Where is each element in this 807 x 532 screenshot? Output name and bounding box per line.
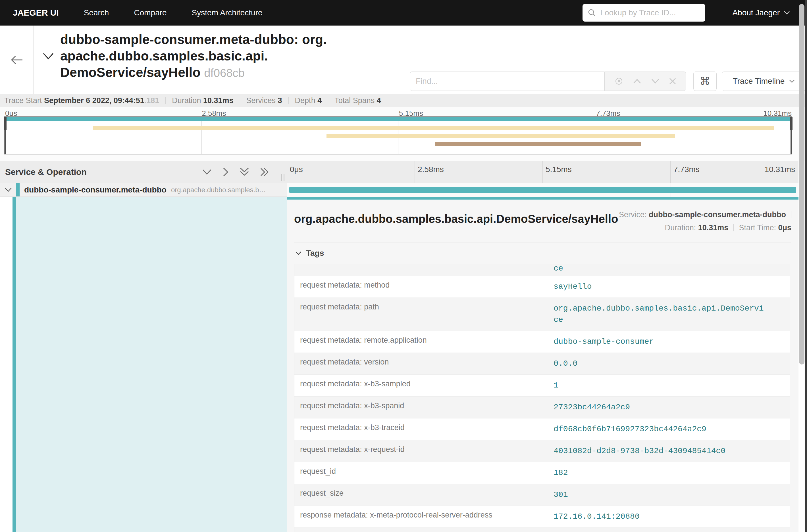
nav-item-system-architecture[interactable]: System Architecture xyxy=(192,8,262,17)
about-jaeger-menu[interactable]: About Jaeger xyxy=(732,8,790,17)
trace-title-line2: apache.dubbo.samples.basic.api. xyxy=(60,48,362,64)
span-row[interactable]: dubbo-sample-consumer.meta-dubbo org.apa… xyxy=(0,183,799,197)
trace-title: dubbo-sample-consumer.meta-dubbo: org.ap… xyxy=(60,31,362,81)
minimap-canvas-frame xyxy=(4,116,792,154)
depth-stat: Depth 4 xyxy=(295,96,322,105)
tag-value: 27323bc44264a2c9 xyxy=(553,397,790,418)
minimap-tick-labels: 0μs 2.58ms 5.15ms 7.73ms 10.31ms xyxy=(4,109,792,117)
page-scrollbar-thumb[interactable] xyxy=(799,4,804,364)
tag-value: org.apache.dubbo.samples.basic.api.DemoS… xyxy=(553,298,790,331)
span-duration-bar[interactable] xyxy=(289,187,796,193)
trace-title-line3: DemoService/sayHello xyxy=(60,65,201,80)
span-name-cell[interactable]: dubbo-sample-consumer.meta-dubbo org.apa… xyxy=(0,183,287,197)
tag-key xyxy=(294,264,554,276)
minimap-span-bar xyxy=(4,117,792,121)
clear-find-icon[interactable] xyxy=(669,77,676,85)
tag-key: request metadata: x-b3-traceid xyxy=(294,418,554,440)
prev-match-icon[interactable] xyxy=(633,79,641,84)
nav-item-search[interactable]: Search xyxy=(84,8,109,17)
span-detail-panel: org.apache.dubbo.samples.basic.api.DemoS… xyxy=(287,197,799,532)
tag-row[interactable]: request metadata: pathorg.apache.dubbo.s… xyxy=(294,298,790,331)
minimap-right-scrubber[interactable] xyxy=(790,117,792,154)
page-scrollbar[interactable] xyxy=(799,0,805,532)
collapse-trace-chevron-icon[interactable] xyxy=(43,53,54,60)
tag-row[interactable]: request metadata: x-b3-sampled1 xyxy=(294,375,790,397)
tag-value: 115 xyxy=(553,528,790,532)
tag-key: request metadata: method xyxy=(294,276,554,298)
keyboard-shortcuts-button[interactable]: ⌘ xyxy=(693,72,717,91)
tag-key: request metadata: remote.application xyxy=(294,331,554,353)
chevron-down-icon xyxy=(784,11,790,15)
trace-id-lookup-input[interactable] xyxy=(600,8,700,17)
arrow-left-icon xyxy=(10,54,23,65)
search-icon xyxy=(588,8,596,17)
nav-item-compare[interactable]: Compare xyxy=(134,8,166,17)
tag-key: response metadata: x-meta-protocol-real-… xyxy=(294,506,554,528)
tag-row[interactable]: request_size301 xyxy=(294,484,790,506)
trace-id-lookup[interactable] xyxy=(583,4,705,22)
span-timing-meta: Duration: 10.31msStart Time: 0μs xyxy=(619,221,791,234)
tag-row[interactable]: response metadata: x-meta-protocol-real-… xyxy=(294,506,790,528)
timeline-grid-header: Service & Operation 0μs 2.58ms 5.15 xyxy=(0,161,799,183)
app-logo[interactable]: JAEGER UI xyxy=(13,8,59,18)
timeline-tick-end: 10.31ms xyxy=(765,165,795,174)
tag-row[interactable]: request metadata: remote.applicationdubb… xyxy=(294,331,790,353)
chevron-down-icon xyxy=(295,251,301,255)
span-detail-row: org.apache.dubbo.samples.basic.api.DemoS… xyxy=(0,197,799,532)
timeline-tick: 0μs xyxy=(287,161,415,183)
expand-one-icon[interactable] xyxy=(222,167,229,177)
tag-row[interactable]: response_size115 xyxy=(294,528,790,532)
collapse-children-chevron-icon[interactable] xyxy=(4,187,12,192)
tag-row[interactable]: request metadata: methodsayHello xyxy=(294,276,790,298)
tag-key: request_size xyxy=(294,484,554,506)
tag-value: sayHello xyxy=(553,276,790,298)
back-button[interactable] xyxy=(0,25,34,94)
minimap-canvas[interactable] xyxy=(4,117,792,154)
tag-key: request metadata: x-b3-sampled xyxy=(294,375,554,397)
span-detail-meta: Service: dubbo-sample-consumer.meta-dubb… xyxy=(619,208,791,234)
screen-right-edge xyxy=(805,0,807,532)
timeline-tick: 2.58ms xyxy=(415,161,543,183)
collapse-one-icon[interactable] xyxy=(202,169,212,175)
tag-key: request metadata: version xyxy=(294,353,554,375)
span-detail-accent-bar xyxy=(287,197,799,200)
tag-key: request metadata: x-b3-spanid xyxy=(294,397,554,418)
expand-all-icon[interactable] xyxy=(260,167,270,177)
span-operation-name: org.apache.dubbo.samples.b… xyxy=(171,186,266,194)
tag-key: request metadata: path xyxy=(294,298,554,331)
trace-minimap: 0μs 2.58ms 5.15ms 7.73ms 10.31ms xyxy=(0,107,807,161)
minimap-span-bar xyxy=(93,126,774,130)
trace-view-selector[interactable]: Trace Timeline xyxy=(722,72,806,91)
trace-view-selector-label: Trace Timeline xyxy=(733,77,785,86)
column-resizer-handle[interactable] xyxy=(281,174,285,181)
next-match-icon[interactable] xyxy=(651,79,660,84)
span-detail-left-gutter[interactable] xyxy=(0,197,287,532)
tags-section-toggle[interactable]: Tags xyxy=(295,249,791,258)
trace-id-short: df068cb xyxy=(204,67,244,79)
tag-row[interactable]: request_id182 xyxy=(294,462,790,484)
find-input-wrapper[interactable] xyxy=(410,72,604,91)
chevron-down-icon xyxy=(789,79,795,83)
duration-stat: Duration 10.31ms xyxy=(172,96,233,105)
tag-row[interactable]: request metadata: x-b3-traceiddf068cb0f6… xyxy=(294,418,790,440)
trace-header: dubbo-sample-consumer.meta-dubbo: org.ap… xyxy=(0,25,807,94)
detail-divider xyxy=(294,242,791,243)
find-input[interactable] xyxy=(416,77,599,86)
tag-row[interactable]: ce xyxy=(294,264,790,276)
tag-row[interactable]: request metadata: version0.0.0 xyxy=(294,353,790,375)
tag-row[interactable]: request metadata: x-request-id4031082d-d… xyxy=(294,440,790,462)
tags-table-body: cerequest metadata: methodsayHelloreques… xyxy=(294,264,790,532)
trace-summary-bar: Trace Start September 6 2022, 09:44:51.1… xyxy=(0,94,807,107)
tag-value: dubbo-sample-consumer xyxy=(553,331,790,353)
collapse-all-icon[interactable] xyxy=(240,167,249,177)
command-icon: ⌘ xyxy=(700,75,710,88)
span-timeline-cell[interactable] xyxy=(287,183,799,197)
service-color-bar xyxy=(16,183,20,196)
minimap-left-scrubber[interactable] xyxy=(4,117,6,154)
tag-value: ce xyxy=(553,264,790,276)
trace-title-line1: dubbo-sample-consumer.meta-dubbo: org. xyxy=(60,31,362,48)
tag-row[interactable]: request metadata: x-b3-spanid27323bc4426… xyxy=(294,397,790,418)
total-spans-stat: Total Spans 4 xyxy=(334,96,381,105)
focus-target-icon[interactable] xyxy=(615,77,623,86)
tag-value: 182 xyxy=(553,462,790,484)
